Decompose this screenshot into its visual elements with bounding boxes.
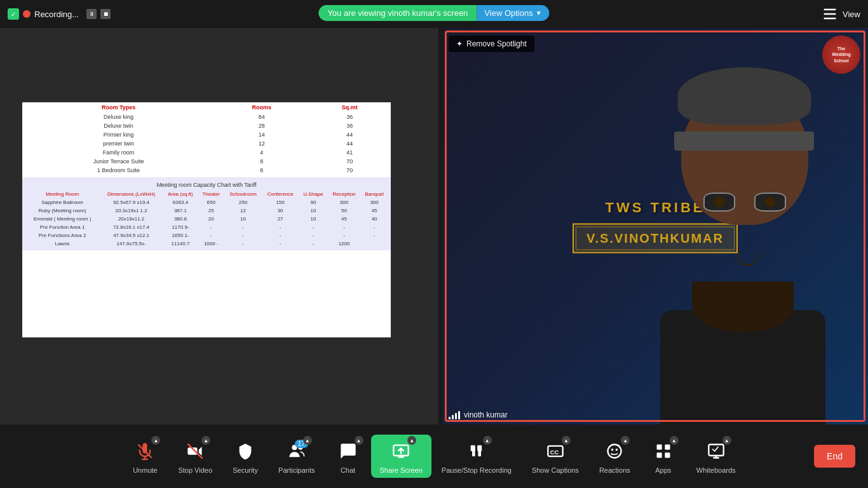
spreadsheet-content: Room Types Rooms Sq.mt Deluxe king 84 36… [22, 102, 391, 337]
show-captions-label: Show Captions [532, 466, 579, 474]
person-css-figure [634, 67, 869, 424]
security-label: Security [233, 466, 258, 474]
share-screen-label: Share Screen [380, 466, 423, 474]
participants-button[interactable]: 17 ▲ Participants [268, 433, 325, 479]
participant-figure [634, 67, 869, 424]
chat-button[interactable]: ▲ Chat [325, 433, 371, 479]
whiteboards-label: Whiteboards [696, 466, 736, 474]
spotlight-icon: ✦ [456, 39, 463, 48]
share-screen-caret[interactable]: ▲ [407, 436, 416, 445]
svg-rect-10 [470, 445, 475, 451]
participant-video-panel: ✦ Remove Spotlight TWS TRIBE V.S.VINOTHK… [442, 28, 868, 424]
whiteboards-button[interactable]: ▲ Whiteboards [686, 433, 746, 479]
end-meeting-button[interactable]: End [814, 445, 855, 468]
svg-rect-17 [656, 445, 661, 450]
svg-rect-11 [477, 445, 482, 451]
unmute-button[interactable]: ▲ Unmute [122, 433, 168, 479]
left-eye [703, 193, 735, 212]
recording-dot-icon [23, 10, 31, 18]
stop-video-button[interactable]: ▲ Stop Video [168, 433, 222, 479]
chat-label: Chat [341, 466, 355, 474]
chevron-down-icon: ▼ [536, 10, 542, 17]
table-row: Deluxe king 84 36 [22, 112, 391, 121]
unmute-label: Unmute [133, 466, 158, 474]
table-row: Primier king 14 44 [22, 130, 391, 139]
shield-icon [236, 442, 254, 460]
whiteboards-icon [707, 442, 725, 460]
share-screen-button[interactable]: ▲ Share Screen [371, 435, 431, 478]
captions-caret[interactable]: ▲ [562, 436, 571, 445]
top-right-controls: View [821, 5, 860, 23]
video-caret[interactable]: ▲ [201, 436, 210, 445]
pause-stop-recording-label: Pause/Stop Recording [442, 466, 512, 474]
table-row: Junior Terrace Suite 8 70 [22, 157, 391, 166]
apps-label: Apps [655, 466, 671, 474]
recording-label: Recording... [34, 10, 79, 19]
table-row: Family room 4 41 [22, 148, 391, 157]
reactions-button[interactable]: ▲ Reactions [589, 433, 641, 479]
col-header-rooms: Rooms [215, 102, 308, 112]
svg-rect-18 [665, 445, 670, 450]
notification-text: You are viewing vinoth kumar's screen [318, 5, 477, 21]
eyes [681, 193, 808, 212]
col-header-sqmt: Sq.mt [308, 102, 391, 112]
pause-recording-button[interactable]: ⏸ [86, 9, 97, 19]
room-types-table: Room Types Rooms Sq.mt Deluxe king 84 36… [22, 102, 391, 175]
nose [738, 253, 757, 266]
unmute-caret[interactable]: ▲ [151, 436, 160, 445]
svg-rect-20 [665, 452, 670, 458]
recording-icon [468, 442, 485, 460]
view-options-label: View Options [484, 8, 532, 18]
captions-icon: CC [546, 442, 564, 460]
mic-off-icon [136, 442, 154, 460]
table-row: Lawns 147.6x75.5x- 11140.7 1000 - - - - … [25, 240, 388, 248]
wedding-school-logo: TheWeddingSchool [822, 36, 860, 74]
svg-point-16 [616, 449, 618, 451]
shared-screen-panel: Room Types Rooms Sq.mt Deluxe king 84 36… [0, 28, 438, 424]
remove-spotlight-button[interactable]: ✦ Remove Spotlight [449, 36, 534, 52]
view-label: View [843, 10, 860, 19]
apps-button[interactable]: ▲ Apps [641, 433, 686, 479]
meeting-capacity-table: Meeting Room Dimensions (LxWxH) Area (sq… [25, 190, 388, 248]
right-eye [754, 193, 786, 212]
beard [692, 281, 794, 332]
view-icon [821, 5, 839, 23]
chat-caret[interactable]: ▲ [355, 436, 363, 445]
chat-icon [339, 442, 357, 460]
participants-label: Participants [278, 466, 315, 474]
reactions-icon [606, 442, 623, 460]
table-row: Pre Functions Area 2 47.9x34.5 x12.1 165… [25, 231, 388, 240]
svg-point-14 [608, 445, 621, 458]
col-header-room-types: Room Types [22, 102, 215, 112]
apps-caret[interactable]: ▲ [670, 436, 679, 445]
main-content: Room Types Rooms Sq.mt Deluxe king 84 36… [0, 28, 868, 424]
remove-spotlight-label: Remove Spotlight [466, 39, 527, 48]
security-shield-icon: ✓ [8, 8, 19, 20]
participants-caret[interactable]: ▲ [303, 436, 312, 445]
apps-icon [654, 442, 672, 460]
svg-rect-19 [656, 452, 661, 458]
table-row: Deluxe twin 28 36 [22, 121, 391, 130]
pause-stop-recording-button[interactable]: ▲ Pause/Stop Recording [431, 433, 522, 479]
reactions-caret[interactable]: ▲ [621, 436, 630, 445]
show-captions-button[interactable]: CC ▲ Show Captions [522, 433, 589, 479]
end-label: End [827, 451, 843, 461]
svg-point-15 [611, 449, 614, 451]
hat [677, 67, 811, 125]
security-button[interactable]: Security [222, 433, 268, 479]
reactions-label: Reactions [599, 466, 630, 474]
toolbar: ▲ Unmute ▲ Stop Video Security [0, 424, 868, 488]
hat-brim [674, 132, 814, 151]
stop-recording-button[interactable]: ⏹ [100, 9, 111, 19]
svg-text:CC: CC [550, 449, 559, 456]
participant-name-label: vinoth kumar [449, 410, 508, 419]
recording-indicator: ✓ Recording... ⏸ ⏹ [8, 8, 111, 20]
view-options-button[interactable]: View Options ▼ [477, 5, 549, 21]
table-row: 1 Bedroom Suite 8 70 [22, 166, 391, 175]
meeting-table-title: Meeting room Capacity Chart with Tariff [25, 180, 388, 190]
whiteboards-caret[interactable]: ▲ [722, 436, 731, 445]
table-row: Ruby (Meeting room) 20.3x19x1 1.2 387.1 … [25, 207, 388, 215]
recording-caret[interactable]: ▲ [483, 436, 492, 445]
screen-share-notification: You are viewing vinoth kumar's screen Vi… [318, 5, 549, 21]
participant-name-text: vinoth kumar [464, 410, 508, 419]
